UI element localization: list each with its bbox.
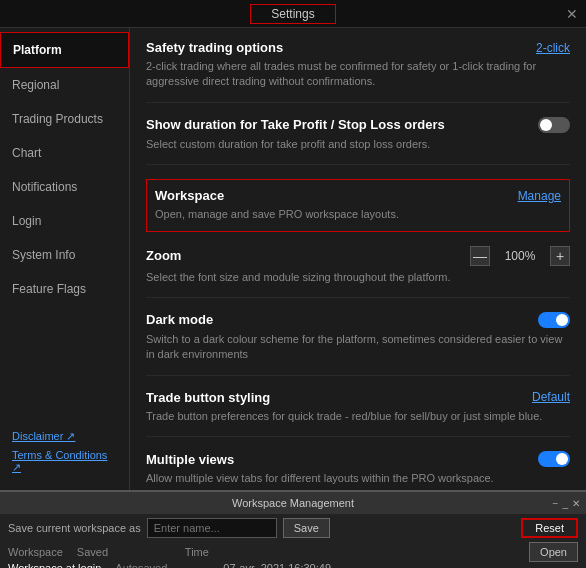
zoom-controls: — 100% + [470, 246, 570, 266]
sidebar-item-feature-flags[interactable]: Feature Flags [0, 272, 129, 306]
workspace-data-row: Workspace at login Autosaved 07-avr.-202… [8, 562, 578, 568]
setting-show-duration: Show duration for Take Profit / Stop Los… [146, 117, 570, 165]
sidebar-item-trading-products[interactable]: Trading Products [0, 102, 129, 136]
workspace-management-panel: Workspace Management − _ ✕ Save current … [0, 490, 586, 568]
sidebar-items: Platform Regional Trading Products Chart… [0, 32, 129, 420]
setting-title-workspace: Workspace [155, 188, 224, 203]
setting-desc-multiple-views: Allow multiple view tabs for different l… [146, 471, 570, 486]
terms-link[interactable]: Terms & Conditions ↗ [12, 449, 117, 474]
sidebar-item-system-info[interactable]: System Info [0, 238, 129, 272]
zoom-minus-button[interactable]: — [470, 246, 490, 266]
sidebar-item-chart[interactable]: Chart [0, 136, 129, 170]
workspace-saved-time: 07-avr.-2021 16:30:49 [223, 562, 363, 568]
sidebar-item-login[interactable]: Login [0, 204, 129, 238]
workspace-title-row: Workspace Manage [155, 188, 561, 203]
setting-desc-safety: 2-click trading where all trades must be… [146, 59, 570, 90]
saved-type: Saved [77, 546, 108, 558]
setting-title-multiple-views: Multiple views [146, 452, 234, 467]
time-label: Time [185, 546, 209, 558]
reset-workspace-button[interactable]: Reset [521, 518, 578, 538]
workspace-info-row: Workspace Saved Time Open [8, 542, 578, 562]
setting-title-safety: Safety trading options [146, 40, 283, 55]
close-panel-button[interactable]: ✕ [572, 498, 580, 509]
workspace-name-label: Workspace [8, 546, 63, 558]
setting-desc-trade-button: Trade button preferences for quick trade… [146, 409, 570, 424]
dark-mode-row: Dark mode [146, 312, 570, 328]
main-content: Safety trading options 2-click 2-click t… [130, 28, 586, 490]
setting-desc-workspace: Open, manage and save PRO workspace layo… [155, 207, 561, 222]
bottom-panel-title-bar: Workspace Management − _ ✕ [0, 492, 586, 514]
setting-duration-row: Show duration for Take Profit / Stop Los… [146, 117, 570, 133]
sidebar: Platform Regional Trading Products Chart… [0, 28, 130, 490]
toggle-dark-mode[interactable] [538, 312, 570, 328]
bottom-panel-controls: − _ ✕ [553, 498, 580, 509]
open-workspace-button[interactable]: Open [529, 542, 578, 562]
zoom-plus-button[interactable]: + [550, 246, 570, 266]
sidebar-item-notifications[interactable]: Notifications [0, 170, 129, 204]
sidebar-item-platform[interactable]: Platform [0, 32, 129, 68]
setting-workspace: Workspace Manage Open, manage and save P… [146, 179, 570, 231]
workspace-row-name: Workspace at login [8, 562, 101, 568]
setting-title-trade-button: Trade button styling [146, 390, 270, 405]
settings-window: Settings ✕ Platform Regional Trading Pro… [0, 0, 586, 490]
sidebar-wrapper: Platform Regional Trading Products Chart… [0, 32, 129, 490]
setting-safety-trading: Safety trading options 2-click 2-click t… [146, 40, 570, 103]
window-title: Settings [250, 4, 335, 24]
content-area: Platform Regional Trading Products Chart… [0, 28, 586, 490]
saved-header: Saved [77, 546, 177, 558]
setting-desc-zoom: Select the font size and module sizing t… [146, 270, 570, 285]
setting-trade-button: Trade button styling Default Trade butto… [146, 390, 570, 437]
minimize-button[interactable]: − [553, 498, 559, 509]
trade-button-link[interactable]: Default [532, 390, 570, 404]
setting-zoom: Zoom — 100% + Select the font size and m… [146, 246, 570, 298]
disclaimer-link[interactable]: Disclaimer ↗ [12, 430, 117, 443]
trade-button-row: Trade button styling Default [146, 390, 570, 405]
workspace-name-input[interactable] [147, 518, 277, 538]
save-workspace-button[interactable]: Save [283, 518, 330, 538]
sidebar-footer: Disclaimer ↗ Terms & Conditions ↗ [0, 420, 129, 490]
zoom-row: Zoom — 100% + [146, 246, 570, 266]
setting-title-duration: Show duration for Take Profit / Stop Los… [146, 117, 445, 132]
setting-title-row: Safety trading options 2-click [146, 40, 570, 55]
toggle-multiple-views[interactable] [538, 451, 570, 467]
workspace-saved-type: Autosaved [115, 562, 215, 568]
title-bar: Settings ✕ [0, 0, 586, 28]
setting-title-zoom: Zoom [146, 248, 181, 263]
setting-desc-dark-mode: Switch to a dark colour scheme for the p… [146, 332, 570, 363]
save-row: Save current workspace as Save Reset [8, 518, 578, 538]
time-header: Time [185, 546, 325, 558]
close-button[interactable]: ✕ [566, 6, 578, 22]
sidebar-item-regional[interactable]: Regional [0, 68, 129, 102]
setting-title-dark-mode: Dark mode [146, 312, 213, 327]
zoom-value: 100% [500, 249, 540, 263]
setting-dark-mode: Dark mode Switch to a dark colour scheme… [146, 312, 570, 376]
setting-desc-duration: Select custom duration for take profit a… [146, 137, 570, 152]
bottom-panel-title: Workspace Management [232, 497, 354, 509]
restore-button[interactable]: _ [562, 498, 568, 509]
toggle-duration[interactable] [538, 117, 570, 133]
setting-multiple-views: Multiple views Allow multiple view tabs … [146, 451, 570, 490]
workspace-manage-link[interactable]: Manage [518, 189, 561, 203]
safety-trading-link[interactable]: 2-click [536, 41, 570, 55]
bottom-panel-body: Save current workspace as Save Reset Wor… [0, 514, 586, 568]
save-label: Save current workspace as [8, 522, 141, 534]
multiple-views-row: Multiple views [146, 451, 570, 467]
